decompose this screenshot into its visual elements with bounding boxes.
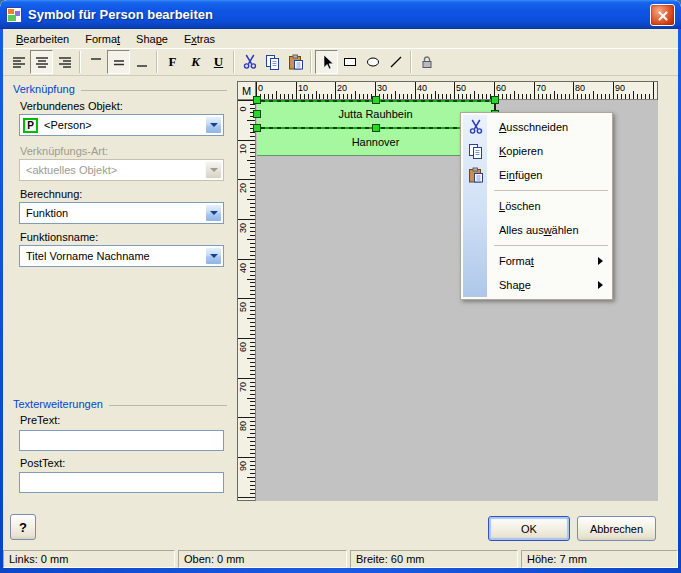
valign-middle-icon bbox=[111, 54, 127, 70]
posttext-label: PostText: bbox=[20, 457, 65, 469]
toolbar-separator bbox=[156, 51, 158, 73]
horizontal-ruler: 0102030405060708090 bbox=[256, 82, 657, 100]
underline-button[interactable]: U bbox=[207, 50, 230, 74]
title-bar[interactable]: Symbol für Person bearbeiten bbox=[0, 0, 681, 29]
link-type-combobox: <aktuelles Objekt> bbox=[19, 159, 224, 181]
valign-bottom-icon bbox=[134, 54, 150, 70]
calculation-value: Funktion bbox=[20, 207, 223, 219]
status-segment: Breite: 60 mm bbox=[350, 550, 518, 568]
pretext-label: PreText: bbox=[20, 414, 60, 426]
dialog-window: Symbol für Person bearbeiten BearbeitenF… bbox=[0, 0, 681, 573]
italic-icon: K bbox=[191, 54, 200, 70]
align-left-button[interactable] bbox=[7, 50, 30, 74]
ellipse-icon bbox=[365, 54, 381, 70]
copy-icon bbox=[468, 143, 484, 159]
pretext-input[interactable] bbox=[19, 430, 224, 451]
text-extension-section-header: Texterweiterungen bbox=[13, 398, 227, 410]
function-name-combobox[interactable]: Titel Vorname Nachname bbox=[19, 245, 224, 267]
dropdown-button[interactable] bbox=[205, 247, 222, 265]
toolbar-separator bbox=[79, 51, 81, 73]
selection-handle[interactable] bbox=[491, 96, 499, 104]
app-icon bbox=[6, 7, 22, 23]
function-name-label: Funktionsname: bbox=[20, 231, 98, 243]
chevron-down-icon bbox=[210, 168, 218, 172]
status-segment: Oben: 0 mm bbox=[178, 550, 347, 568]
menu-extras[interactable]: Extras bbox=[176, 31, 223, 47]
dropdown-button[interactable] bbox=[205, 204, 222, 222]
copy-icon bbox=[265, 54, 281, 70]
valign-middle-button[interactable] bbox=[107, 50, 130, 74]
context-menu-item-löschen[interactable]: Löschen bbox=[463, 194, 610, 218]
align-right-button[interactable] bbox=[53, 50, 76, 74]
context-menu-item-ausschneiden[interactable]: Ausschneiden bbox=[463, 115, 610, 139]
dropdown-button[interactable] bbox=[205, 116, 222, 134]
pointer-tool-button[interactable] bbox=[315, 50, 338, 74]
cancel-button[interactable]: Abbrechen bbox=[577, 516, 656, 541]
context-menu-separator bbox=[494, 245, 608, 246]
vertical-ruler: 0102030405060708090 bbox=[238, 100, 256, 501]
menu-bearbeiten[interactable]: Bearbeiten bbox=[8, 31, 77, 47]
context-menu: AusschneidenKopierenEinfügenLöschenAlles… bbox=[460, 112, 613, 300]
symbol-city-text[interactable]: Hannover bbox=[257, 129, 494, 156]
align-center-button[interactable] bbox=[30, 50, 53, 74]
chevron-down-icon bbox=[210, 211, 218, 215]
menu-format[interactable]: Format bbox=[77, 31, 128, 47]
window-border bbox=[0, 29, 3, 573]
lock-icon bbox=[419, 54, 435, 70]
toolbar: F K U bbox=[3, 48, 678, 76]
person-icon: P bbox=[23, 118, 38, 133]
valign-top-button[interactable] bbox=[84, 50, 107, 74]
copy-button[interactable] bbox=[261, 50, 284, 74]
context-menu-item-einfügen[interactable]: Einfügen bbox=[463, 163, 610, 187]
connected-object-label: Verbundenes Objekt: bbox=[20, 100, 123, 112]
calculation-combobox[interactable]: Funktion bbox=[19, 202, 224, 224]
close-button[interactable] bbox=[650, 4, 675, 26]
rectangle-tool-button[interactable] bbox=[338, 50, 361, 74]
menu-bar: BearbeitenFormatShapeExtras bbox=[3, 29, 678, 48]
menu-shape[interactable]: Shape bbox=[128, 31, 176, 47]
cut-button[interactable] bbox=[238, 50, 261, 74]
window-border bbox=[0, 568, 681, 573]
valign-bottom-button[interactable] bbox=[130, 50, 153, 74]
function-name-value: Titel Vorname Nachname bbox=[20, 250, 223, 262]
toolbar-separator bbox=[310, 51, 312, 73]
selection-handle[interactable] bbox=[253, 96, 261, 104]
ellipse-tool-button[interactable] bbox=[361, 50, 384, 74]
calculation-label: Berechnung: bbox=[20, 188, 82, 200]
selection-handle[interactable] bbox=[253, 124, 261, 132]
ok-button[interactable]: OK bbox=[488, 516, 570, 541]
status-bar: Links: 0 mmOben: 0 mmBreite: 60 mmHöhe: … bbox=[3, 549, 678, 568]
context-menu-item-alles-auswählen[interactable]: Alles auswählen bbox=[463, 218, 610, 242]
selection-handle[interactable] bbox=[372, 124, 380, 132]
context-menu-item-format[interactable]: Format bbox=[463, 249, 610, 273]
connected-object-combobox[interactable]: P <Person> bbox=[19, 114, 224, 136]
link-section-header: Verknüpfung bbox=[13, 83, 227, 95]
status-segment: Höhe: 7 mm bbox=[521, 550, 678, 568]
toolbar-separator bbox=[410, 51, 412, 73]
pointer-icon bbox=[319, 54, 335, 70]
dropdown-button-disabled bbox=[205, 161, 222, 179]
line-tool-button[interactable] bbox=[384, 50, 407, 74]
underline-icon: U bbox=[214, 54, 223, 70]
submenu-arrow-icon bbox=[598, 281, 603, 289]
context-menu-item-kopieren[interactable]: Kopieren bbox=[463, 139, 610, 163]
lock-button[interactable] bbox=[415, 50, 438, 74]
paste-button[interactable] bbox=[284, 50, 307, 74]
context-menu-item-shape[interactable]: Shape bbox=[463, 273, 610, 297]
bold-button[interactable]: F bbox=[161, 50, 184, 74]
paste-icon bbox=[288, 54, 304, 70]
valign-top-icon bbox=[88, 54, 104, 70]
selection-handle[interactable] bbox=[372, 96, 380, 104]
align-left-icon bbox=[11, 54, 27, 70]
selection-handle[interactable] bbox=[253, 110, 261, 118]
toolbar-separator bbox=[233, 51, 235, 73]
align-center-icon bbox=[34, 54, 50, 70]
bold-icon: F bbox=[169, 54, 177, 70]
paste-icon bbox=[468, 167, 484, 183]
help-button[interactable]: ? bbox=[10, 514, 36, 540]
chevron-down-icon bbox=[210, 123, 218, 127]
italic-button[interactable]: K bbox=[184, 50, 207, 74]
link-type-value: <aktuelles Objekt> bbox=[20, 164, 223, 176]
submenu-arrow-icon bbox=[598, 257, 603, 265]
posttext-input[interactable] bbox=[19, 472, 224, 493]
